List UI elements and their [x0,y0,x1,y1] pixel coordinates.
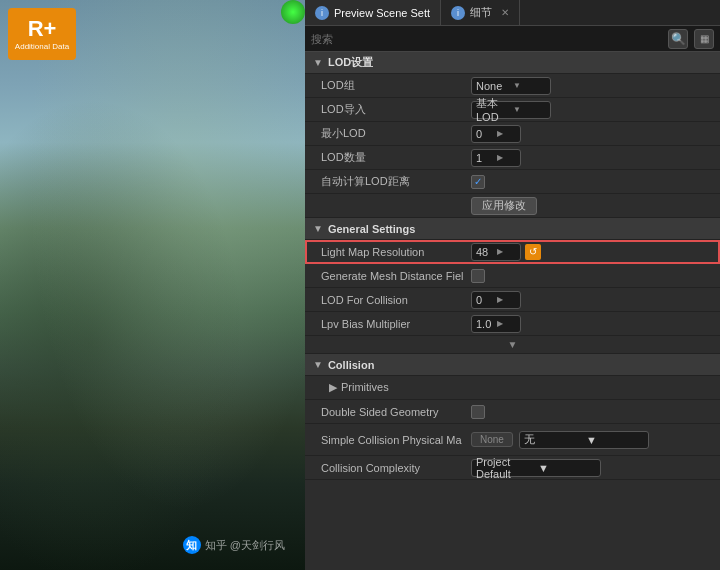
prop-apply: 应用修改 [305,194,720,218]
collision-complexity-dropdown[interactable]: Project Default ▼ [471,459,601,477]
prop-light-map-value: 48 ▶ ↺ [471,243,712,261]
lod-collision-arrow: ▶ [497,295,516,304]
collision-complexity-value: Project Default [476,456,534,480]
prop-light-map-label: Light Map Resolution [321,246,471,258]
light-map-arrow: ▶ [497,247,516,256]
light-map-value: 48 [476,246,495,258]
tab-preview-icon: i [315,6,329,20]
section-expand-indicator[interactable]: ▼ [305,336,720,354]
collision-complexity-arrow: ▼ [538,462,596,474]
expand-arrow-icon: ▼ [508,339,518,350]
additional-data-icon: R+ [28,18,57,40]
prop-lod-group: LOD组 None ▼ [305,74,720,98]
lod-import-value: 基本LOD [476,96,509,123]
prop-lod-count-label: LOD数量 [321,150,471,165]
lod-count-input[interactable]: 1 ▶ [471,149,521,167]
light-map-input[interactable]: 48 ▶ [471,243,521,261]
search-button[interactable]: 🔍 [668,29,688,49]
prop-lod-group-value: None ▼ [471,77,712,95]
lod-count-arrow: ▶ [497,153,516,162]
lod-import-dropdown[interactable]: 基本LOD ▼ [471,101,551,119]
prop-double-sided-label: Double Sided Geometry [321,406,471,418]
prop-lod-import-label: LOD导入 [321,102,471,117]
tab-preview[interactable]: i Preview Scene Sett [305,0,441,25]
prop-collision-complexity: Collision Complexity Project Default ▼ [305,456,720,480]
apply-button[interactable]: 应用修改 [471,197,537,215]
tab-details-close[interactable]: ✕ [501,7,509,18]
prop-min-lod-value: 0 ▶ [471,125,712,143]
lod-section-title: LOD设置 [328,55,373,70]
grid-view-button[interactable]: ▦ [694,29,714,49]
auto-lod-checkbox[interactable] [471,175,485,189]
prop-lod-import-value: 基本LOD ▼ [471,101,712,119]
lod-count-value: 1 [476,152,495,164]
min-lod-input[interactable]: 0 ▶ [471,125,521,143]
simple-collision-arrow: ▼ [586,434,644,446]
prop-min-lod: 最小LOD 0 ▶ [305,122,720,146]
general-arrow-icon: ▼ [313,223,323,234]
prop-lod-group-label: LOD组 [321,78,471,93]
app-root: R+ Additional Data 知 知乎 @天剑行风 i Preview … [0,0,720,570]
viewport: R+ Additional Data 知 知乎 @天剑行风 [0,0,305,570]
additional-data-label: Additional Data [15,42,69,51]
gen-mesh-dist-checkbox[interactable] [471,269,485,283]
prop-auto-lod-value [471,175,712,189]
lpv-bias-arrow: ▶ [497,319,516,328]
prop-lod-collision-value: 0 ▶ [471,291,712,309]
lod-collision-value: 0 [476,294,495,306]
tab-details-label: 细节 [470,5,492,20]
min-lod-arrow: ▶ [497,129,516,138]
collision-section-header[interactable]: ▼ Collision [305,354,720,376]
prop-lod-collision: LOD For Collision 0 ▶ [305,288,720,312]
prop-gen-mesh-dist-value [471,269,712,283]
lod-arrow-icon: ▼ [313,57,323,68]
prop-collision-complexity-value: Project Default ▼ [471,459,712,477]
double-sided-checkbox[interactable] [471,405,485,419]
viewport-overlay [0,0,305,570]
simple-collision-dropdown[interactable]: 无 ▼ [519,431,649,449]
prop-double-sided-value [471,405,712,419]
viewport-background [0,0,305,570]
panel-content: ▼ LOD设置 LOD组 None ▼ LOD导入 基本LOD [305,52,720,570]
light-map-reset-button[interactable]: ↺ [525,244,541,260]
lod-group-value: None [476,80,509,92]
lod-group-dropdown[interactable]: None ▼ [471,77,551,95]
prop-gen-mesh-dist: Generate Mesh Distance Fiel [305,264,720,288]
prop-double-sided: Double Sided Geometry [305,400,720,424]
prop-simple-collision-value: None 无 ▼ [471,431,712,449]
prop-primitives-label: ▶Primitives [321,381,471,394]
prop-gen-mesh-dist-label: Generate Mesh Distance Fiel [321,270,471,282]
additional-data-button[interactable]: R+ Additional Data [8,8,76,60]
prop-min-lod-label: 最小LOD [321,126,471,141]
lod-collision-input[interactable]: 0 ▶ [471,291,521,309]
prop-auto-lod-label: 自动计算LOD距离 [321,174,471,189]
general-section-title: General Settings [328,223,415,235]
general-section-header[interactable]: ▼ General Settings [305,218,720,240]
right-panel: i Preview Scene Sett i 细节 ✕ 🔍 ▦ ▼ LOD设置 [305,0,720,570]
tab-details[interactable]: i 细节 ✕ [441,0,520,25]
prop-auto-lod: 自动计算LOD距离 [305,170,720,194]
prop-primitives: ▶Primitives [305,376,720,400]
lod-group-arrow: ▼ [513,81,546,90]
lod-section-header[interactable]: ▼ LOD设置 [305,52,720,74]
prop-lod-import: LOD导入 基本LOD ▼ [305,98,720,122]
prop-lod-collision-label: LOD For Collision [321,294,471,306]
tab-preview-label: Preview Scene Sett [334,7,430,19]
prop-apply-value: 应用修改 [471,197,712,215]
prop-collision-complexity-label: Collision Complexity [321,462,471,474]
lpv-bias-value: 1.0 [476,318,495,330]
tab-bar: i Preview Scene Sett i 细节 ✕ [305,0,720,26]
prop-lpv-bias: Lpv Bias Multiplier 1.0 ▶ [305,312,720,336]
collision-arrow-icon: ▼ [313,359,323,370]
lpv-bias-input[interactable]: 1.0 ▶ [471,315,521,333]
tab-details-icon: i [451,6,465,20]
prop-simple-collision: Simple Collision Physical Ma None 无 ▼ [305,424,720,456]
prop-lod-count-value: 1 ▶ [471,149,712,167]
lod-import-arrow: ▼ [513,105,546,114]
prop-light-map-resolution: Light Map Resolution 48 ▶ ↺ [305,240,720,264]
simple-collision-val: 无 [524,432,582,447]
collision-section-title: Collision [328,359,374,371]
prop-simple-collision-label: Simple Collision Physical Ma [321,434,471,446]
search-input[interactable] [311,33,662,45]
min-lod-value: 0 [476,128,495,140]
